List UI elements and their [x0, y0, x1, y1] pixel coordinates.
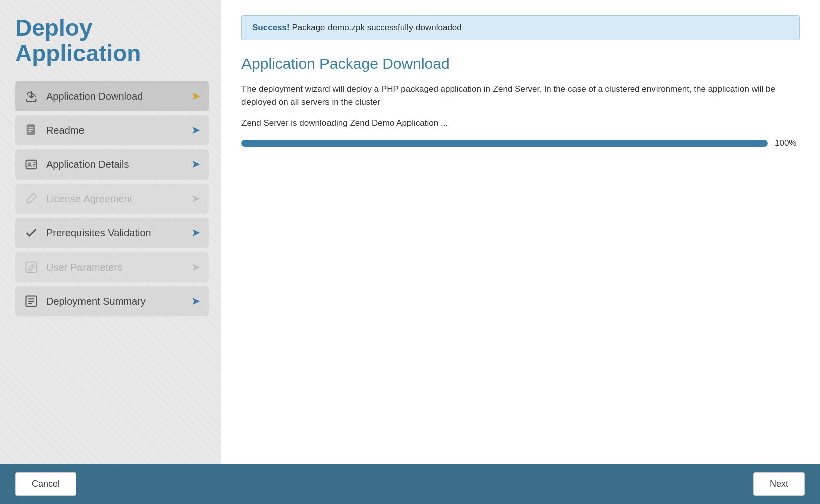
- svg-rect-10: [26, 262, 37, 273]
- step-license-agreement: License Agreement ➤: [15, 184, 209, 214]
- progress-container: 100%: [241, 138, 800, 148]
- step-deployment-summary[interactable]: Deployment Summary ➤: [15, 286, 209, 316]
- next-button[interactable]: Next: [753, 472, 805, 496]
- step-label-deployment-summary: Deployment Summary: [46, 296, 188, 307]
- progress-bar-inner: [241, 140, 768, 147]
- file-icon: [22, 121, 40, 139]
- step-arrow-prerequisites-validation: ➤: [188, 225, 204, 241]
- list-icon: [22, 292, 40, 310]
- step-label-application-download: Application Download: [46, 91, 188, 102]
- steps-list: Application Download ➤ Readme ➤: [15, 81, 209, 316]
- checkmark-icon: [22, 224, 40, 242]
- cloud-download-icon: [22, 87, 40, 105]
- progress-label: 100%: [775, 138, 800, 148]
- step-label-license-agreement: License Agreement: [46, 193, 188, 205]
- cancel-button[interactable]: Cancel: [15, 472, 76, 496]
- svg-rect-4: [28, 131, 31, 132]
- step-label-readme: Readme: [46, 125, 188, 136]
- footer: Cancel Next: [0, 464, 820, 504]
- step-arrow-license-agreement: ➤: [188, 191, 204, 207]
- step-readme[interactable]: Readme ➤: [15, 115, 209, 145]
- step-arrow-application-details: ➤: [188, 156, 204, 173]
- section-title: Application Package Download: [241, 55, 800, 72]
- step-arrow-deployment-summary: ➤: [188, 293, 204, 309]
- step-label-application-details: Application Details: [46, 159, 188, 171]
- page-title: Deploy Application: [15, 15, 209, 66]
- pencil-icon: [22, 190, 40, 208]
- main-panel: Success! Package demo.zpk successfully d…: [221, 0, 820, 464]
- step-prerequisites-validation[interactable]: Prerequisites Validation ➤: [15, 218, 209, 248]
- step-user-parameters: User Parameters ➤: [15, 252, 209, 282]
- download-status: Zend Server is downloading Zend Demo App…: [241, 118, 800, 128]
- success-bold: Success!: [252, 23, 290, 32]
- svg-rect-3: [28, 129, 33, 130]
- step-arrow-application-download: ➤: [188, 88, 204, 104]
- section-description: The deployment wizard will deploy a PHP …: [241, 82, 800, 108]
- step-application-download[interactable]: Application Download ➤: [15, 81, 209, 111]
- svg-point-6: [28, 162, 31, 165]
- id-card-icon: [22, 155, 40, 174]
- svg-rect-2: [28, 127, 33, 128]
- step-arrow-readme: ➤: [188, 122, 204, 138]
- step-arrow-user-parameters: ➤: [188, 259, 204, 275]
- step-label-prerequisites-validation: Prerequisites Validation: [46, 227, 188, 239]
- progress-bar-outer: [241, 140, 768, 147]
- step-label-user-parameters: User Parameters: [46, 262, 188, 273]
- success-banner: Success! Package demo.zpk successfully d…: [241, 15, 800, 40]
- success-text: Package demo.zpk successfully downloaded: [292, 23, 461, 32]
- step-application-details[interactable]: Application Details ➤: [15, 149, 209, 180]
- sidebar: Deploy Application Application Download …: [0, 0, 221, 464]
- edit-box-icon: [22, 258, 40, 276]
